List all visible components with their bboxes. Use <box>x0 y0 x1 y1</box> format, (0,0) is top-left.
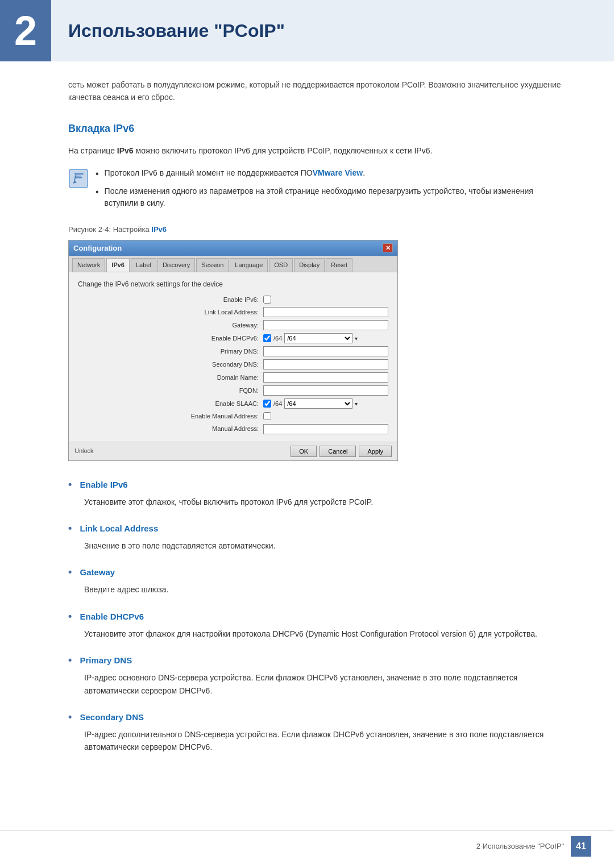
link-local-address-row: Link Local Address: <box>78 307 388 317</box>
section-heading: Вкладка IPv6 <box>68 121 569 136</box>
config-desc: Change the IPv6 network settings for the… <box>78 279 388 289</box>
chapter-banner: 2 Использование "PCoIP" <box>0 0 614 61</box>
fqdn-input[interactable] <box>263 385 388 396</box>
note-block: Протокол IPv6 в данный момент не поддерж… <box>68 167 569 214</box>
enable-ipv6-checkbox[interactable] <box>263 296 271 304</box>
tab-label[interactable]: Label <box>131 258 156 272</box>
enable-slaac-row: Enable SLAAC: /64 /64 /48 ▾ <box>78 398 388 409</box>
footer-buttons: OK Cancel Apply <box>291 446 392 457</box>
bullet-body-enable-ipv6: Установите этот флажок, чтобы включить п… <box>68 496 569 508</box>
tab-ipv6[interactable]: IPv6 <box>106 258 130 272</box>
figure-caption-bold: IPv6 <box>151 225 167 234</box>
fqdn-row: FQDN: <box>78 385 388 396</box>
bullet-section-secondary-dns: Secondary DNS IP-адрес дополнительного D… <box>68 709 569 754</box>
slaac-dropdown-indicator: ▾ <box>355 400 358 408</box>
bullet-body-secondary-dns: IP-адрес дополнительного DNS-сервера уст… <box>68 728 569 754</box>
footer-text: 2 Использование "PCoIP" <box>476 841 564 852</box>
bullet-section-enable-ipv6: Enable IPv6 Установите этот флажок, чтоб… <box>68 477 569 508</box>
domain-name-input[interactable] <box>263 372 388 383</box>
bullet-title-dhcpv6: Enable DHCPv6 <box>68 609 569 624</box>
manual-address-row: Manual Address: <box>78 424 388 434</box>
enable-manual-address-row: Enable Manual Address: <box>78 412 388 421</box>
svg-rect-3 <box>74 177 82 178</box>
dhcpv6-dropdown-indicator: ▾ <box>355 334 358 343</box>
chapter-title: Использование "PCoIP" <box>51 0 614 61</box>
tab-language[interactable]: Language <box>230 258 268 272</box>
bullet-title-secondary-dns: Secondary DNS <box>68 709 569 725</box>
cancel-button[interactable]: Cancel <box>320 446 356 457</box>
manual-address-label: Manual Address: <box>168 424 259 434</box>
tab-network[interactable]: Network <box>72 258 105 272</box>
config-tabs: Network IPv6 Label Discovery Session Lan… <box>69 256 397 272</box>
tab-osd[interactable]: OSD <box>269 258 293 272</box>
enable-dhcpv6-area: /64 /64 /48 /32 ▾ <box>263 333 388 343</box>
enable-dhcpv6-label: Enable DHCPv6: <box>168 334 259 343</box>
chapter-number: 2 <box>0 0 51 61</box>
enable-manual-address-checkbox[interactable] <box>263 412 271 420</box>
enable-slaac-label: Enable SLAAC: <box>168 399 259 409</box>
secondary-dns-input[interactable] <box>263 359 388 369</box>
bullet-title-gateway: Gateway <box>68 564 569 580</box>
ok-button[interactable]: OK <box>291 446 317 457</box>
unlock-label[interactable]: Unlock <box>74 446 94 456</box>
note-item-2: После изменения одного из параметров на … <box>96 185 569 209</box>
link-local-address-input[interactable] <box>263 307 388 317</box>
enable-ipv6-row: Enable IPv6: <box>78 295 388 305</box>
config-body: Change the IPv6 network settings for the… <box>69 272 397 442</box>
bullet-title-link-local: Link Local Address <box>68 521 569 536</box>
config-title: Configuration <box>73 243 122 254</box>
gateway-row: Gateway: <box>78 320 388 330</box>
enable-slaac-area: /64 /64 /48 ▾ <box>263 398 388 409</box>
fqdn-label: FQDN: <box>168 386 259 396</box>
config-titlebar: Configuration ✕ <box>69 240 397 256</box>
note-items: Протокол IPv6 в данный момент не поддерж… <box>96 167 569 214</box>
tab-session[interactable]: Session <box>196 258 229 272</box>
tab-display[interactable]: Display <box>294 258 325 272</box>
note-item-1: Протокол IPv6 в данный момент не поддерж… <box>96 167 569 181</box>
enable-dhcpv6-row: Enable DHCPv6: /64 /64 /48 /32 ▾ <box>78 333 388 343</box>
tab-discovery[interactable]: Discovery <box>157 258 195 272</box>
section-description: На странице IPv6 можно включить протокол… <box>68 144 569 157</box>
config-close-button[interactable]: ✕ <box>383 243 393 252</box>
bullet-body-link-local: Значение в это поле подставляется автома… <box>68 539 569 552</box>
secondary-dns-label: Secondary DNS: <box>168 360 259 369</box>
svg-rect-1 <box>74 173 84 175</box>
primary-dns-input[interactable] <box>263 346 388 356</box>
bullet-body-gateway: Введите адрес шлюза. <box>68 583 569 596</box>
dhcpv6-prefix-select[interactable]: /64 /48 /32 <box>284 333 352 343</box>
bullet-body-dhcpv6: Установите этот флажок для настройки про… <box>68 628 569 640</box>
dhcpv6-prefix-label: /64 <box>273 334 282 343</box>
bullet-title-primary-dns: Primary DNS <box>68 653 569 668</box>
enable-slaac-checkbox[interactable] <box>263 400 271 408</box>
gateway-input[interactable] <box>263 320 388 330</box>
bullet-section-link-local: Link Local Address Значение в это поле п… <box>68 521 569 552</box>
figure-caption: Рисунок 2-4: Настройка IPv6 <box>68 224 569 235</box>
config-dialog: Configuration ✕ Network IPv6 Label Disco… <box>68 240 398 461</box>
bullet-title-enable-ipv6: Enable IPv6 <box>68 477 569 492</box>
primary-dns-row: Primary DNS: <box>78 346 388 356</box>
enable-manual-address-label: Enable Manual Address: <box>168 412 259 421</box>
primary-dns-label: Primary DNS: <box>168 347 259 356</box>
enable-dhcpv6-checkbox[interactable] <box>263 334 271 342</box>
gateway-label: Gateway: <box>168 321 259 330</box>
link-local-address-label: Link Local Address: <box>168 308 259 317</box>
tab-reset[interactable]: Reset <box>326 258 352 272</box>
slaac-prefix-select[interactable]: /64 /48 <box>284 398 352 409</box>
secondary-dns-row: Secondary DNS: <box>78 359 388 369</box>
apply-button[interactable]: Apply <box>359 446 392 457</box>
intro-text: сеть может работать в полудуплексном реж… <box>68 78 569 104</box>
config-footer: Unlock OK Cancel Apply <box>69 442 397 460</box>
note-icon <box>68 168 89 189</box>
manual-address-input[interactable] <box>263 424 388 434</box>
svg-rect-2 <box>74 176 81 177</box>
section-desc-bold: IPv6 <box>117 146 134 155</box>
page-footer: 2 Использование "PCoIP" 41 <box>0 830 614 857</box>
page-number: 41 <box>571 836 591 857</box>
svg-rect-0 <box>69 169 88 188</box>
vmware-view-bold: VMware View <box>313 167 363 179</box>
domain-name-label: Domain Name: <box>168 373 259 383</box>
domain-name-row: Domain Name: <box>78 372 388 383</box>
bullet-section-gateway: Gateway Введите адрес шлюза. <box>68 564 569 596</box>
bullet-section-primary-dns: Primary DNS IP-адрес основного DNS-серве… <box>68 653 569 697</box>
bullet-section-dhcpv6: Enable DHCPv6 Установите этот флажок для… <box>68 609 569 640</box>
